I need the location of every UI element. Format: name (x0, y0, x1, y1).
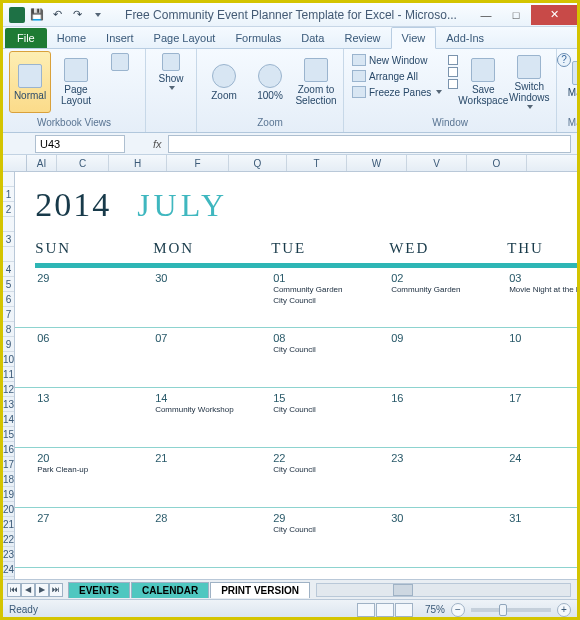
row-header[interactable]: 6 (3, 292, 14, 307)
row-header[interactable]: 9 (3, 337, 14, 352)
new-window-button[interactable]: New Window (350, 53, 444, 67)
tab-nav-prev[interactable]: ◀ (21, 583, 35, 597)
maximize-button[interactable]: □ (501, 5, 531, 25)
zoom-in-button[interactable]: + (557, 603, 571, 617)
row-header[interactable]: 10 (3, 352, 14, 367)
scrollbar-thumb[interactable] (393, 584, 413, 596)
view-page-break-button[interactable] (395, 603, 413, 617)
day-cell[interactable]: 07 (153, 328, 271, 387)
row-header[interactable]: 12 (3, 382, 14, 397)
row-header[interactable]: 4 (3, 262, 14, 277)
unhide-toggle[interactable] (448, 79, 458, 89)
hide-toggle[interactable] (448, 67, 458, 77)
day-cell[interactable]: 02Community Garden (389, 268, 507, 327)
formula-input[interactable] (168, 135, 571, 153)
tab-insert[interactable]: Insert (96, 28, 144, 48)
tab-formulas[interactable]: Formulas (225, 28, 291, 48)
row-header[interactable]: 7 (3, 307, 14, 322)
day-cell[interactable]: 31 (507, 508, 577, 567)
tab-review[interactable]: Review (334, 28, 390, 48)
row-header[interactable]: 2 (3, 202, 14, 217)
row-header[interactable]: 16 (3, 442, 14, 457)
row-header[interactable]: 5 (3, 277, 14, 292)
file-tab[interactable]: File (5, 28, 47, 48)
tab-nav-first[interactable]: ⏮ (7, 583, 21, 597)
day-cell[interactable]: 15City Council (271, 388, 389, 447)
row-header[interactable]: 19 (3, 487, 14, 502)
name-box[interactable]: U43 (35, 135, 125, 153)
save-workspace-button[interactable]: Save Workspace (462, 51, 504, 113)
day-cell[interactable]: 30 (153, 268, 271, 327)
day-cell[interactable]: 22City Council (271, 448, 389, 507)
day-cell[interactable]: 17 (507, 388, 577, 447)
zoom-out-button[interactable]: − (451, 603, 465, 617)
day-cell[interactable]: 29 (35, 268, 153, 327)
tab-addins[interactable]: Add-Ins (436, 28, 494, 48)
col-v[interactable]: V (407, 155, 467, 171)
row-header[interactable]: 8 (3, 322, 14, 337)
row-header[interactable]: 3 (3, 232, 14, 247)
zoom-slider[interactable] (471, 608, 551, 612)
col-c[interactable]: C (57, 155, 109, 171)
split-toggle[interactable] (448, 55, 458, 65)
day-cell[interactable]: 08City Council (271, 328, 389, 387)
fx-icon[interactable]: fx (153, 138, 162, 150)
day-cell[interactable]: 21 (153, 448, 271, 507)
horizontal-scrollbar[interactable] (316, 583, 571, 597)
day-cell[interactable]: 10 (507, 328, 577, 387)
tab-view[interactable]: View (391, 27, 437, 49)
day-cell[interactable]: 20Park Clean-up (35, 448, 153, 507)
row-header[interactable]: 14 (3, 412, 14, 427)
arrange-all-button[interactable]: Arrange All (350, 69, 444, 83)
tab-home[interactable]: Home (47, 28, 96, 48)
col-t[interactable]: T (287, 155, 347, 171)
sheet-tab-print-version[interactable]: PRINT VERSION (210, 582, 310, 598)
day-cell[interactable]: 01Community GardenCity Council (271, 268, 389, 327)
qat-dropdown-icon[interactable] (89, 7, 105, 23)
row-header[interactable] (3, 172, 14, 187)
tab-page-layout[interactable]: Page Layout (144, 28, 226, 48)
freeze-panes-button[interactable]: Freeze Panes (350, 85, 444, 99)
sheet-tab-calendar[interactable]: CALENDAR (131, 582, 209, 598)
tab-nav-next[interactable]: ▶ (35, 583, 49, 597)
row-header[interactable]: 21 (3, 517, 14, 532)
col-h[interactable]: H (109, 155, 167, 171)
zoom-button[interactable]: Zoom (203, 51, 245, 113)
view-normal-button[interactable] (357, 603, 375, 617)
day-cell[interactable]: 29City Council (271, 508, 389, 567)
normal-view-button[interactable]: Normal (9, 51, 51, 113)
row-header[interactable]: 17 (3, 457, 14, 472)
undo-icon[interactable]: ↶ (49, 7, 65, 23)
day-cell[interactable]: 03Movie Night at the Par (507, 268, 577, 327)
row-header[interactable] (3, 217, 14, 232)
redo-icon[interactable]: ↷ (69, 7, 85, 23)
day-cell[interactable]: 27 (35, 508, 153, 567)
custom-views-button[interactable] (101, 51, 139, 113)
day-cell[interactable]: 14Community Workshop (153, 388, 271, 447)
col-w[interactable]: W (347, 155, 407, 171)
show-button[interactable]: Show (152, 51, 190, 113)
row-header[interactable]: 18 (3, 472, 14, 487)
row-header[interactable]: 25 (3, 577, 14, 579)
minimize-button[interactable]: — (471, 5, 501, 25)
day-cell[interactable]: 09 (389, 328, 507, 387)
row-header[interactable]: 23 (3, 547, 14, 562)
row-header[interactable]: 15 (3, 427, 14, 442)
zoom-percent[interactable]: 75% (425, 604, 445, 615)
sheet-tab-events[interactable]: EVENTS (68, 582, 130, 598)
row-header[interactable]: 1 (3, 187, 14, 202)
row-header[interactable]: 20 (3, 502, 14, 517)
sheet-content[interactable]: 2014 JULY SUN MON TUE WED THU 293001Comm… (15, 172, 577, 579)
row-header[interactable]: 11 (3, 367, 14, 382)
page-layout-button[interactable]: Page Layout (55, 51, 97, 113)
close-button[interactable]: ✕ (531, 5, 577, 25)
row-header[interactable] (3, 247, 14, 262)
zoom-to-selection-button[interactable]: Zoom to Selection (295, 51, 337, 113)
col-ai[interactable]: AI (27, 155, 57, 171)
row-header[interactable]: 24 (3, 562, 14, 577)
tab-nav-last[interactable]: ⏭ (49, 583, 63, 597)
switch-windows-button[interactable]: Switch Windows (508, 51, 550, 113)
row-header[interactable]: 13 (3, 397, 14, 412)
day-cell[interactable]: 24 (507, 448, 577, 507)
ribbon-help-icon[interactable]: ? (557, 53, 571, 67)
